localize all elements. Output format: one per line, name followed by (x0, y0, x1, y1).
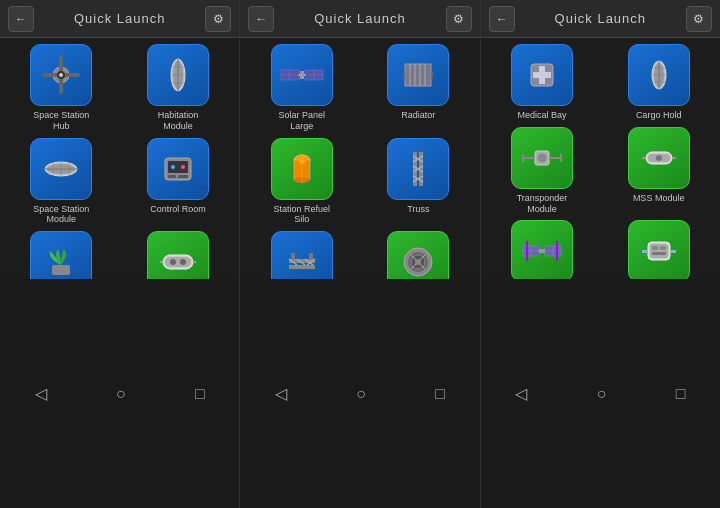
item-icon-module-large (147, 231, 209, 279)
panel-3-nav-back[interactable]: ◁ (503, 378, 539, 409)
svg-rect-127 (660, 246, 666, 250)
svg-rect-129 (642, 250, 648, 253)
svg-rect-56 (431, 72, 433, 78)
item-icon-airlock (387, 231, 449, 279)
item-transponder-module[interactable]: Transponder Module (487, 127, 598, 215)
svg-rect-50 (405, 64, 431, 86)
svg-rect-98 (533, 72, 551, 78)
panel-1-nav-home[interactable]: ○ (104, 379, 138, 409)
svg-rect-71 (289, 265, 315, 269)
item-icon-silo (271, 138, 333, 200)
panel-1-grid: Space Station Hub Habitation Modu (6, 44, 233, 279)
svg-rect-20 (178, 175, 188, 178)
item-icon-module (30, 138, 92, 200)
item-icon-garden (30, 231, 92, 279)
item-label-radiator: Radiator (401, 110, 435, 121)
item-label-solar-large: Solar Panel Large (267, 110, 337, 132)
item-station-refuel-silo[interactable]: Station Refuel Silo (246, 138, 357, 226)
item-icon-habitation (147, 44, 209, 106)
item-space-station-module[interactable]: Space Station Module (6, 138, 117, 226)
svg-rect-19 (168, 175, 176, 178)
item-icon-transponder (511, 127, 573, 189)
item-icon-mss-solar (511, 220, 573, 279)
panel-2-title: Quick Launch (280, 11, 439, 26)
svg-point-83 (415, 259, 421, 265)
panel-3-back-button[interactable]: ← (489, 6, 515, 32)
svg-point-27 (180, 259, 186, 265)
svg-point-22 (181, 165, 185, 169)
svg-rect-130 (670, 250, 676, 253)
item-label-habitation: Habitation Module (143, 110, 213, 132)
item-medical-bay[interactable]: Medical Bay (487, 44, 598, 121)
panel-2-back-button[interactable]: ← (248, 6, 274, 32)
panel-1-settings-button[interactable]: ⚙ (205, 6, 231, 32)
panel-2-nav: ◁ ○ □ (240, 279, 479, 508)
panel-1: ← Quick Launch ⚙ Space Stati (0, 0, 240, 508)
item-label-hub: Space Station Hub (26, 110, 96, 132)
panel-2-content: Solar Panel Large (240, 38, 479, 279)
svg-point-26 (170, 259, 176, 265)
panel-2: ← Quick Launch ⚙ (240, 0, 480, 508)
panel-3-nav-home[interactable]: ○ (585, 379, 619, 409)
panel-1-nav-recent[interactable]: □ (183, 379, 217, 409)
svg-point-4 (59, 73, 63, 77)
svg-rect-76 (291, 253, 295, 259)
item-icon-truss (387, 138, 449, 200)
item-icon-control (147, 138, 209, 200)
panel-1-title: Quick Launch (40, 11, 199, 26)
item-icon-radiator (387, 44, 449, 106)
item-station-module-large[interactable]: Station Module Large (123, 231, 234, 279)
item-truss[interactable]: Truss (363, 138, 474, 226)
panels-container: ← Quick Launch ⚙ Space Stati (0, 0, 720, 508)
item-airlock[interactable]: Airlock (363, 231, 474, 279)
item-icon-solar-large (271, 44, 333, 106)
item-label-control: Control Room (150, 204, 206, 215)
item-mss-solar-panel[interactable]: MSS Solar Panel (487, 220, 598, 279)
item-icon-mss-module (628, 127, 690, 189)
item-radiator[interactable]: Radiator (363, 44, 474, 132)
svg-rect-55 (403, 72, 405, 78)
panel-1-back-button[interactable]: ← (8, 6, 34, 32)
panel-3-grid: Medical Bay Cargo Hold (487, 44, 714, 279)
svg-point-113 (656, 155, 662, 161)
item-icon-hub (30, 44, 92, 106)
item-mss-science-module[interactable]: MSS Science Module (603, 220, 714, 279)
panel-3-content: Medical Bay Cargo Hold (481, 38, 720, 279)
item-label-truss: Truss (407, 204, 429, 215)
item-label-cargo: Cargo Hold (636, 110, 682, 121)
item-icon-mss-science (628, 220, 690, 279)
panel-1-nav-back[interactable]: ◁ (23, 378, 59, 409)
svg-point-21 (171, 165, 175, 169)
panel-3-header: ← Quick Launch ⚙ (481, 0, 720, 38)
panel-1-content: Space Station Hub Habitation Modu (0, 38, 239, 279)
item-label-module: Space Station Module (26, 204, 96, 226)
item-solar-panel-large[interactable]: Solar Panel Large (246, 44, 357, 132)
panel-2-nav-back[interactable]: ◁ (263, 378, 299, 409)
item-label-medical: Medical Bay (517, 110, 566, 121)
panel-2-nav-recent[interactable]: □ (423, 379, 457, 409)
item-cargo-hold[interactable]: Cargo Hold (603, 44, 714, 121)
item-space-station-hub[interactable]: Space Station Hub (6, 44, 117, 132)
panel-1-header: ← Quick Launch ⚙ (0, 0, 239, 38)
item-mss-module[interactable]: MSS Module (603, 127, 714, 215)
item-control-room[interactable]: Control Room (123, 138, 234, 226)
item-truss-large[interactable]: Truss Large (246, 231, 357, 279)
item-icon-truss-large (271, 231, 333, 279)
svg-rect-126 (652, 246, 658, 250)
item-oxygen-garden[interactable]: Oxygen Garden (6, 231, 117, 279)
panel-2-settings-button[interactable]: ⚙ (446, 6, 472, 32)
panel-2-grid: Solar Panel Large (246, 44, 473, 279)
panel-3-nav-recent[interactable]: □ (664, 379, 698, 409)
panel-3-nav: ◁ ○ □ (481, 279, 720, 508)
panel-2-header: ← Quick Launch ⚙ (240, 0, 479, 38)
item-habitation-module[interactable]: Habitation Module (123, 44, 234, 132)
panel-2-nav-home[interactable]: ○ (344, 379, 378, 409)
svg-rect-25 (165, 257, 191, 267)
svg-point-106 (537, 153, 547, 163)
svg-rect-77 (309, 253, 313, 259)
item-label-silo: Station Refuel Silo (267, 204, 337, 226)
panel-3: ← Quick Launch ⚙ Medical Bay (481, 0, 720, 508)
svg-rect-23 (52, 265, 70, 275)
panel-3-settings-button[interactable]: ⚙ (686, 6, 712, 32)
item-label-mss-module: MSS Module (633, 193, 685, 204)
